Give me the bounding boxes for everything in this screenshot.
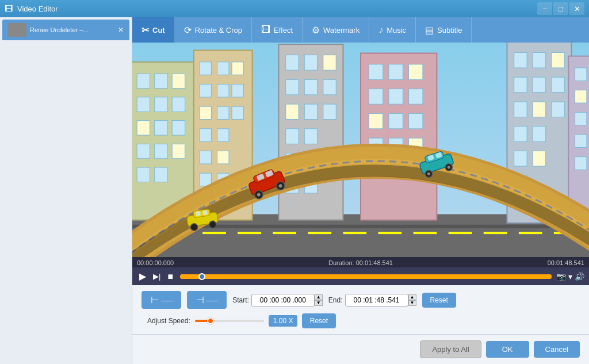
file-close-icon[interactable]: ✕ bbox=[118, 26, 124, 34]
start-time-down[interactable]: ▼ bbox=[315, 300, 323, 306]
cut-icon: ✂ bbox=[141, 25, 149, 36]
ok-button[interactable]: OK bbox=[486, 341, 529, 358]
speed-reset-button[interactable]: Reset bbox=[302, 313, 336, 328]
tab-subtitle[interactable]: ▤ Subtitle bbox=[416, 17, 472, 43]
svg-rect-20 bbox=[137, 97, 150, 112]
video-area bbox=[132, 43, 589, 257]
tab-subtitle-label: Subtitle bbox=[437, 26, 462, 35]
play-button[interactable]: ▶ bbox=[137, 270, 148, 283]
volume-button[interactable]: 🔊 bbox=[575, 272, 584, 281]
tab-cut[interactable]: ✂ Cut bbox=[132, 17, 175, 43]
end-time-input[interactable] bbox=[345, 294, 408, 306]
cut-start-icon: ⊢ bbox=[151, 294, 159, 305]
tab-music-label: Music bbox=[387, 26, 406, 35]
svg-rect-14 bbox=[519, 232, 542, 234]
svg-rect-57 bbox=[286, 129, 299, 144]
svg-rect-52 bbox=[304, 79, 317, 94]
start-label: Start: bbox=[232, 296, 249, 304]
start-time-input[interactable] bbox=[251, 294, 315, 306]
svg-rect-26 bbox=[137, 144, 150, 158]
tab-rotate-crop[interactable]: ⟳ Rotate & Crop bbox=[175, 17, 252, 43]
svg-rect-87 bbox=[533, 102, 545, 117]
start-time-spinner: ▲ ▼ bbox=[315, 294, 323, 306]
svg-rect-83 bbox=[514, 77, 527, 92]
svg-rect-123 bbox=[196, 211, 201, 216]
svg-rect-68 bbox=[389, 89, 403, 104]
speed-slider[interactable] bbox=[195, 320, 264, 322]
svg-rect-88 bbox=[552, 102, 564, 117]
svg-rect-56 bbox=[323, 104, 336, 119]
svg-rect-6 bbox=[238, 232, 261, 234]
progress-track[interactable] bbox=[180, 274, 552, 279]
video-scene bbox=[132, 43, 589, 257]
svg-rect-82 bbox=[552, 53, 564, 68]
svg-rect-97 bbox=[575, 90, 587, 103]
svg-rect-35 bbox=[200, 84, 211, 97]
speed-value-input[interactable] bbox=[269, 315, 297, 327]
tabs-bar: ✂ Cut ⟳ Rotate & Crop 🎞 Effect ⚙ Waterma… bbox=[132, 17, 589, 43]
player-controls: ▶ ▶| ■ 📷 ▾ 🔊 bbox=[132, 267, 589, 285]
subtitle-icon: ▤ bbox=[425, 25, 434, 36]
svg-rect-69 bbox=[408, 89, 422, 104]
svg-rect-24 bbox=[155, 121, 167, 135]
close-button[interactable]: ✕ bbox=[569, 2, 584, 15]
camera-dropdown-button[interactable]: ▾ bbox=[568, 272, 572, 281]
sidebar: Renee Undeleter –... ✕ bbox=[0, 17, 132, 364]
svg-rect-124 bbox=[202, 210, 208, 215]
svg-rect-90 bbox=[533, 127, 545, 141]
cut-start-button[interactable]: ⊢ — — bbox=[141, 291, 181, 309]
end-time-field: End: ▲ ▼ bbox=[328, 294, 416, 306]
svg-rect-11 bbox=[414, 232, 437, 234]
timeline-duration: Duration: 00:01:48.541 bbox=[328, 259, 393, 266]
window-controls: − □ ✕ bbox=[537, 2, 584, 15]
screenshot-button[interactable]: 📷 bbox=[556, 272, 566, 281]
svg-rect-22 bbox=[172, 97, 185, 112]
minimize-button[interactable]: − bbox=[537, 2, 552, 15]
svg-rect-92 bbox=[533, 151, 545, 166]
svg-rect-67 bbox=[369, 89, 383, 104]
end-label: End: bbox=[328, 296, 343, 304]
svg-rect-85 bbox=[552, 77, 564, 92]
cut-start-label: — — bbox=[161, 297, 172, 304]
cancel-button[interactable]: Cancel bbox=[534, 341, 580, 358]
svg-rect-7 bbox=[273, 232, 296, 234]
svg-rect-8 bbox=[308, 232, 331, 234]
tab-watermark[interactable]: ⚙ Watermark bbox=[303, 17, 369, 43]
action-bar: Apply to All OK Cancel bbox=[132, 334, 589, 364]
svg-rect-50 bbox=[323, 55, 336, 70]
svg-rect-89 bbox=[514, 127, 527, 141]
file-tab[interactable]: Renee Undeleter –... ✕ bbox=[2, 20, 129, 40]
svg-rect-29 bbox=[137, 167, 150, 182]
play-next-button[interactable]: ▶| bbox=[151, 271, 163, 282]
main-window: Renee Undeleter –... ✕ ✂ Cut ⟳ Rotate & … bbox=[0, 17, 589, 364]
svg-rect-55 bbox=[304, 104, 317, 119]
apply-all-button[interactable]: Apply to All bbox=[420, 340, 481, 358]
maximize-button[interactable]: □ bbox=[553, 2, 568, 15]
svg-rect-25 bbox=[172, 121, 185, 135]
svg-rect-54 bbox=[286, 104, 299, 119]
svg-rect-38 bbox=[200, 106, 211, 119]
cut-end-button[interactable]: ⊣ — — bbox=[187, 291, 227, 309]
end-time-up[interactable]: ▲ bbox=[408, 294, 416, 300]
stop-button[interactable]: ■ bbox=[165, 270, 175, 283]
rotate-icon: ⟳ bbox=[184, 25, 192, 36]
file-name: Renee Undeleter –... bbox=[30, 26, 116, 33]
tab-effect[interactable]: 🎞 Effect bbox=[252, 17, 303, 43]
cut-end-icon: ⊣ bbox=[196, 294, 204, 305]
svg-rect-30 bbox=[155, 167, 167, 182]
svg-rect-34 bbox=[232, 62, 243, 75]
effect-icon: 🎞 bbox=[261, 25, 270, 35]
app-icon: 🎞 bbox=[5, 4, 14, 13]
tab-watermark-label: Watermark bbox=[323, 26, 359, 35]
svg-rect-13 bbox=[484, 232, 507, 234]
edit-controls: ⊢ — — ⊣ — — Start: ▲ ▼ End: bbox=[132, 285, 589, 334]
cut-reset-button[interactable]: Reset bbox=[422, 293, 456, 308]
svg-rect-64 bbox=[369, 64, 383, 79]
svg-rect-71 bbox=[389, 113, 403, 128]
start-time-up[interactable]: ▲ bbox=[315, 294, 323, 300]
tab-music[interactable]: ♪ Music bbox=[369, 17, 416, 43]
title-bar: 🎞 Video Editor − □ ✕ bbox=[0, 0, 589, 17]
end-time-down[interactable]: ▼ bbox=[408, 300, 416, 306]
svg-rect-84 bbox=[533, 77, 545, 92]
svg-rect-40 bbox=[232, 106, 243, 119]
